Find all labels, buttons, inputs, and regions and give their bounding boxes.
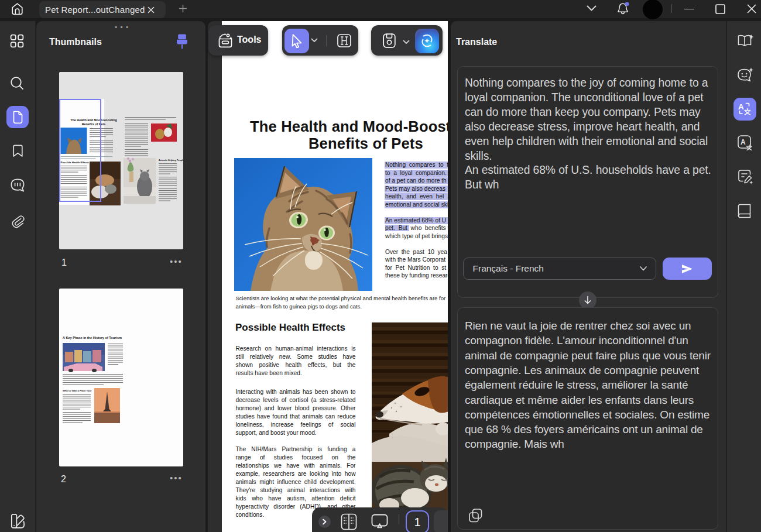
svg-text:A Key Phase in the History of: A Key Phase in the History of Tourism <box>63 336 122 339</box>
svg-text:Animals Helping People: Animals Helping People <box>159 159 183 162</box>
svg-text:A: A <box>738 102 744 111</box>
svg-text:Why to Take a Plant Tour: Why to Take a Plant Tour <box>63 389 92 392</box>
svg-text:A: A <box>741 138 746 146</box>
